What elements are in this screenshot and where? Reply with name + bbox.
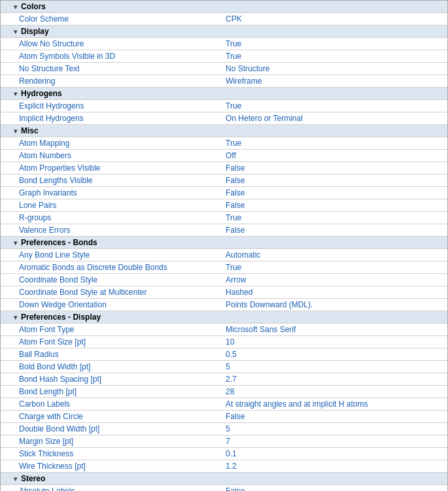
row-label: Bond Lengths Visible [1,175,223,186]
table-row[interactable]: Graph InvariantsFalse [1,187,447,199]
section-title-prefs-bonds: Preferences - Bonds [21,238,97,247]
row-value: Hashed [223,286,447,298]
chevron-down-icon: ▾ [14,3,17,10]
table-row[interactable]: Bond Hash Spacing [pt]2.7 [1,373,447,386]
table-row[interactable]: Color SchemeCPK [1,13,447,25]
row-label: Graph Invariants [1,187,223,199]
section-header-misc[interactable]: ▾Misc [1,125,447,137]
table-row[interactable]: Stick Thickness0.1 [1,448,447,460]
row-value: False [223,485,447,491]
table-row[interactable]: Atom NumbersOff [1,150,447,162]
table-row[interactable]: Implicit HydrogensOn Hetero or Terminal [1,112,447,125]
row-label: Bold Bond Width [pt] [1,361,223,373]
row-value: At straight angles and at implicit H ato… [223,398,447,410]
section-label-display: ▾Display [1,25,223,37]
table-row[interactable]: Lone PairsFalse [1,199,447,212]
section-header-stereo[interactable]: ▾Stereo [1,473,447,485]
table-row[interactable]: Explicit HydrogensTrue [1,100,447,112]
row-value: Automatic [223,249,447,261]
section-title-display: Display [21,27,49,36]
table-row[interactable]: Double Bond Width [pt]5 [1,423,447,435]
section-label-misc: ▾Misc [1,125,223,137]
table-row[interactable]: Margin Size [pt]7 [1,435,447,448]
section-label-prefs-display: ▾Preferences - Display [1,311,223,323]
table-row[interactable]: Atom MappingTrue [1,137,447,150]
row-value: CPK [223,13,447,25]
row-label: Ball Radius [1,348,223,360]
section-label-hydrogens: ▾Hydrogens [1,88,223,99]
table-row[interactable]: Bond Length [pt]28 [1,386,447,398]
row-value: Points Downward (MDL). [223,299,447,311]
section-header-prefs-display[interactable]: ▾Preferences - Display [1,311,447,324]
section-header-display[interactable]: ▾Display [1,25,447,38]
table-row[interactable]: No Structure TextNo Structure [1,63,447,75]
table-row[interactable]: Any Bond Line StyleAutomatic [1,249,447,262]
row-value: 28 [223,386,447,398]
row-label: Double Bond Width [pt] [1,423,223,435]
table-row[interactable]: Charge with CircleFalse [1,411,447,423]
row-value: Microsoft Sans Serif [223,324,447,335]
row-label: Down Wedge Orientation [1,299,223,311]
row-label: Atom Numbers [1,150,223,161]
table-row[interactable]: Absolute LabelsFalse [1,485,447,491]
row-label: Lone Pairs [1,199,223,211]
table-row[interactable]: Atom Font TypeMicrosoft Sans Serif [1,324,447,336]
section-value-empty-prefs-display [223,316,447,318]
table-row[interactable]: Wire Thickness [pt]1.2 [1,460,447,473]
row-label: Coordinate Bond Style at Multicenter [1,286,223,298]
row-label: Atom Mapping [1,137,223,149]
section-header-prefs-bonds[interactable]: ▾Preferences - Bonds [1,237,447,249]
table-row[interactable]: Allow No StructureTrue [1,38,447,50]
section-title-hydrogens: Hydrogens [21,89,62,98]
table-row[interactable]: RenderingWireframe [1,75,447,88]
table-row[interactable]: Coordinate Bond Style at MulticenterHash… [1,286,447,299]
row-label: Atom Symbols Visible in 3D [1,50,223,62]
section-title-prefs-display: Preferences - Display [21,313,101,322]
section-value-empty-prefs-bonds [223,241,447,244]
row-label: No Structure Text [1,63,223,75]
row-label: Allow No Structure [1,38,223,50]
table-row[interactable]: Carbon LabelsAt straight angles and at i… [1,398,447,411]
table-row[interactable]: Valence ErrorsFalse [1,224,447,237]
row-value: 0.1 [223,448,447,460]
row-label: Aromatic Bonds as Discrete Double Bonds [1,262,223,273]
section-label-prefs-bonds: ▾Preferences - Bonds [1,237,223,248]
chevron-down-icon: ▾ [14,90,17,97]
table-row[interactable]: Coordinate Bond StyleArrow [1,274,447,286]
row-value: 5 [223,423,447,435]
row-value: True [223,50,447,62]
section-title-stereo: Stereo [21,474,45,483]
section-header-hydrogens[interactable]: ▾Hydrogens [1,88,447,100]
row-value: 5 [223,361,447,373]
chevron-down-icon: ▾ [14,239,17,246]
row-value: True [223,262,447,273]
table-row[interactable]: Bold Bond Width [pt]5 [1,361,447,373]
section-title-misc: Misc [21,126,39,135]
table-row[interactable]: Atom Properties VisibleFalse [1,162,447,175]
row-label: Stick Thickness [1,448,223,460]
row-value: False [223,224,447,236]
table-row[interactable]: Atom Symbols Visible in 3DTrue [1,50,447,63]
row-value: True [223,137,447,149]
table-row[interactable]: Atom Font Size [pt]10 [1,336,447,348]
row-value: False [223,411,447,422]
section-header-colors[interactable]: ▾Colors [1,1,447,13]
row-label: Color Scheme [1,13,223,25]
section-value-empty-misc [223,129,447,132]
table-row[interactable]: Ball Radius0.5 [1,348,447,361]
row-value: False [223,187,447,199]
row-label: Bond Hash Spacing [pt] [1,373,223,385]
section-value-empty-display [223,30,447,33]
row-value: No Structure [223,63,447,75]
table-row[interactable]: Aromatic Bonds as Discrete Double BondsT… [1,262,447,274]
section-value-empty-colors [223,5,447,8]
section-label-colors: ▾Colors [1,1,223,12]
row-value: True [223,100,447,112]
row-value: True [223,38,447,50]
section-title-colors: Colors [21,2,46,11]
table-row[interactable]: Down Wedge OrientationPoints Downward (M… [1,299,447,311]
row-label: Bond Length [pt] [1,386,223,398]
table-row[interactable]: R-groupsTrue [1,212,447,224]
table-row[interactable]: Bond Lengths VisibleFalse [1,175,447,187]
row-value: 1.2 [223,460,447,472]
